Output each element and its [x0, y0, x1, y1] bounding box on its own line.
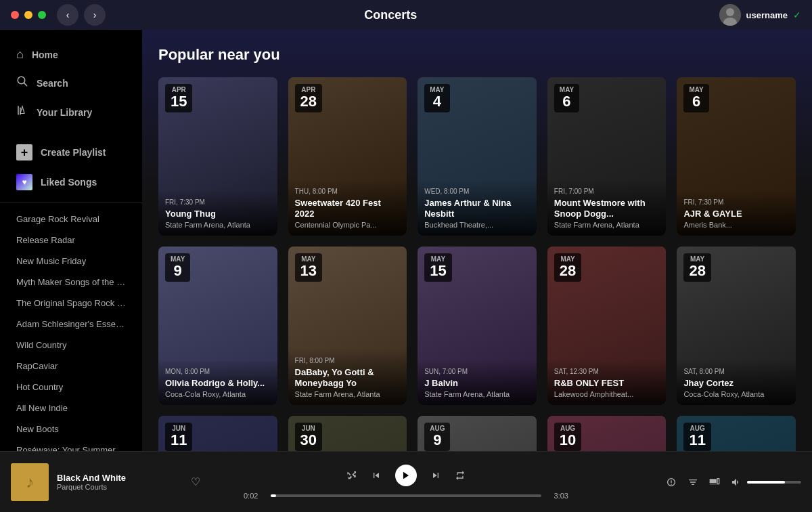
devices-button[interactable] [709, 477, 720, 488]
progress-track[interactable] [271, 494, 541, 497]
concert-card[interactable]: AUG 10 AUG [547, 416, 667, 451]
sidebar-item-search-label: Search [37, 78, 68, 89]
repeat-button[interactable] [455, 470, 466, 481]
titlebar: ‹ › Concerts username ✓ [0, 0, 812, 30]
concert-date: MAY 28 [554, 253, 581, 282]
track-name: Black And White [57, 473, 183, 483]
minimize-button[interactable] [24, 11, 32, 19]
progress-bar: 0:02 3:03 [244, 492, 568, 500]
user-profile[interactable]: username ✓ [719, 4, 801, 26]
play-pause-button[interactable] [395, 465, 417, 486]
sidebar-item-search[interactable]: Search [5, 68, 137, 98]
track-info: Black And White Parquet Courts [57, 473, 183, 491]
playlist-item[interactable]: New Boots [5, 419, 137, 440]
main-container: ⌂ Home Search [0, 30, 812, 451]
concert-date: MAY 4 [424, 84, 449, 112]
sidebar-item-library-label: Your Library [37, 107, 92, 118]
sidebar-item-library[interactable]: Your Library [5, 98, 137, 127]
concert-info: FRI, 7:00 PM Mount Westmore with Snoop D… [547, 179, 667, 236]
concert-info: MON, 8:00 PM Olivia Rodrigo & Holly... C… [158, 360, 277, 406]
concert-date: AUG 11 [683, 423, 710, 451]
concert-card[interactable]: MAY 4 WED, 8:00 PM James Arthur & Nina N… [418, 77, 537, 236]
time-total: 3:03 [547, 492, 568, 500]
playlist-item[interactable]: All New Indie [5, 398, 137, 419]
playlist-item[interactable]: Roséwave: Your Summer So... [5, 440, 137, 451]
sidebar-actions: + Create Playlist ♥ Liked Songs [0, 132, 142, 203]
concert-info: SUN, 7:00 PM J Balvin State Farm Arena, … [418, 360, 537, 406]
sidebar-item-home[interactable]: ⌂ Home [5, 41, 137, 68]
playlist-item[interactable]: Myth Maker Songs of the W... [5, 272, 137, 293]
now-playing-bar: ♪ Black And White Parquet Courts ♡ [0, 451, 812, 512]
player-right [612, 477, 801, 488]
playlist-item[interactable]: RapCaviar [5, 356, 137, 377]
playlist-item[interactable]: Hot Country [5, 377, 137, 398]
concert-card[interactable]: JUN 30 JUN [288, 416, 407, 451]
concert-info: SAT, 12:30 PM R&B ONLY FEST Lakewood Amp… [547, 360, 667, 406]
svg-point-1 [726, 8, 734, 16]
concert-card[interactable]: APR 15 FRI, 7:30 PM Young Thug State Far… [158, 77, 277, 236]
avatar [719, 4, 741, 26]
sidebar-nav: ⌂ Home Search [0, 30, 142, 132]
volume-icon[interactable] [731, 477, 742, 488]
now-playing-left: ♪ Black And White Parquet Courts ♡ [11, 463, 200, 501]
create-playlist-item[interactable]: + Create Playlist [5, 137, 137, 167]
section-title: Popular near you [158, 46, 796, 64]
album-art: ♪ [11, 463, 49, 501]
sidebar-playlists: Garage Rock RevivalRelease RadarNew Musi… [0, 209, 142, 451]
liked-songs-item[interactable]: ♥ Liked Songs [5, 167, 137, 197]
concert-info: FRI, 7:30 PM AJR & GAYLE Ameris Bank... [677, 190, 796, 236]
concert-date: MAY 6 [554, 84, 579, 112]
concert-card[interactable]: AUG 9 AUG [418, 416, 537, 451]
playlist-item[interactable]: Release Radar [5, 230, 137, 251]
lyrics-button[interactable] [666, 477, 677, 488]
concert-info: WED, 8:00 PM James Arthur & Nina Nesbitt… [418, 179, 537, 236]
concert-card[interactable]: MAY 28 SAT, 12:30 PM R&B ONLY FEST Lakew… [547, 247, 667, 405]
liked-songs-icon: ♥ [16, 174, 32, 190]
playlist-item[interactable]: Garage Rock Revival [5, 209, 137, 230]
playlist-item[interactable]: Adam Schlesinger's Essentia... [5, 314, 137, 335]
liked-songs-label: Liked Songs [41, 177, 97, 188]
sidebar: ⌂ Home Search [0, 30, 142, 451]
next-button[interactable] [430, 470, 441, 481]
shuffle-button[interactable] [346, 470, 357, 481]
concerts-grid-row1: APR 15 FRI, 7:30 PM Young Thug State Far… [158, 77, 796, 236]
concert-card[interactable]: JUN 11 JUN [158, 416, 277, 451]
concert-date: JUN 30 [295, 423, 322, 451]
concert-card[interactable]: MAY 28 SAT, 8:00 PM Jhay Cortez Coca-Col… [677, 247, 796, 405]
search-icon [16, 75, 28, 91]
page-title: Concerts [62, 8, 719, 22]
playlist-item[interactable]: The Original Spago Rock Sa... [5, 293, 137, 314]
concert-date: MAY 15 [424, 253, 451, 282]
volume-fill [747, 481, 785, 484]
svg-marker-9 [403, 471, 409, 479]
concert-card[interactable]: MAY 15 SUN, 7:00 PM J Balvin State Farm … [418, 247, 537, 405]
concert-card[interactable]: APR 28 THU, 8:00 PM Sweetwater 420 Fest … [288, 77, 407, 236]
artist-name: Parquet Courts [57, 483, 183, 491]
concert-card[interactable]: MAY 6 FRI, 7:00 PM Mount Westmore with S… [547, 77, 667, 236]
playback-controls [346, 465, 466, 486]
verified-icon: ✓ [793, 9, 801, 20]
previous-button[interactable] [371, 470, 382, 481]
username: username [746, 10, 788, 20]
concert-card[interactable]: AUG 11 AUG [677, 416, 796, 451]
concert-card[interactable]: MAY 9 MON, 8:00 PM Olivia Rodrigo & Holl… [158, 247, 277, 405]
concert-date: AUG 10 [554, 423, 581, 451]
concert-date: MAY 28 [683, 253, 710, 282]
sidebar-item-home-label: Home [32, 49, 58, 60]
heart-button[interactable]: ♡ [191, 475, 200, 488]
concert-info: SAT, 8:00 PM Jhay Cortez Coca-Cola Roxy,… [677, 360, 796, 406]
queue-button[interactable] [687, 477, 698, 488]
concert-date: AUG 9 [424, 423, 450, 451]
concert-card[interactable]: MAY 6 FRI, 7:30 PM AJR & GAYLE Ameris Ba… [677, 77, 796, 236]
main-content: Popular near you APR 15 FRI, 7:30 PM You… [142, 30, 812, 451]
maximize-button[interactable] [38, 11, 46, 19]
concert-info: FRI, 8:00 PM DaBaby, Yo Gotti & Moneybag… [288, 349, 407, 405]
close-button[interactable] [11, 11, 19, 19]
volume-slider[interactable] [747, 481, 801, 484]
playlist-item[interactable]: Wild Country [5, 335, 137, 356]
concert-date: MAY 6 [683, 84, 708, 112]
playlist-item[interactable]: New Music Friday [5, 251, 137, 272]
concert-card[interactable]: MAY 13 FRI, 8:00 PM DaBaby, Yo Gotti & M… [288, 247, 407, 405]
player-center: 0:02 3:03 [200, 465, 612, 500]
concert-info: THU, 8:00 PM Sweetwater 420 Fest 2022 Ce… [288, 179, 407, 236]
